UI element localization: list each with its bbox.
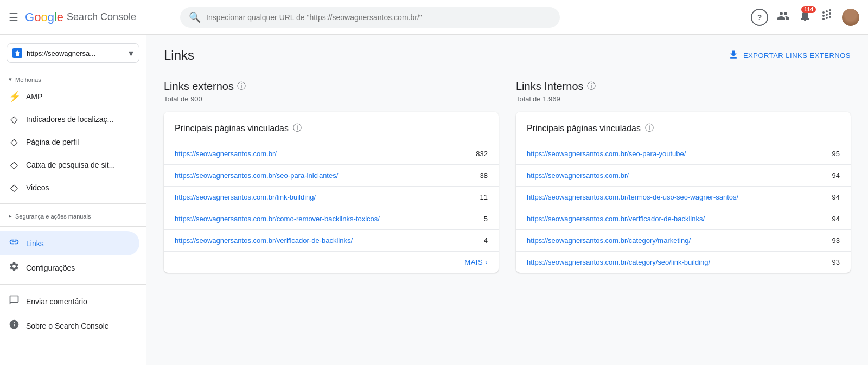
internal-card-help-icon[interactable]: ⓘ bbox=[645, 123, 654, 134]
external-links-help-icon[interactable]: ⓘ bbox=[237, 81, 246, 92]
internal-links-subtitle: Total de 1.969 bbox=[516, 95, 851, 103]
internal-links-title: Links Internos bbox=[516, 80, 584, 93]
table-row: https://seowagnersantos.com.br/verificad… bbox=[164, 229, 499, 251]
link-url: https://seowagnersantos.com.br/category/… bbox=[527, 258, 815, 266]
link-count: 94 bbox=[824, 215, 840, 223]
topbar: ☰ Google Search Console 🔍 ? 114 bbox=[0, 0, 868, 35]
table-row: https://seowagnersantos.com.br/verificad… bbox=[516, 208, 851, 229]
search-icon: 🔍 bbox=[189, 11, 201, 23]
about-icon bbox=[9, 319, 20, 332]
search-input[interactable] bbox=[206, 13, 551, 22]
table-row: https://seowagnersantos.com.br/category/… bbox=[516, 251, 851, 273]
external-card-footer: MAIS › bbox=[164, 251, 499, 273]
main-content: Links EXPORTAR LINKS EXTERNOS Links exte… bbox=[146, 35, 868, 365]
notifications-icon[interactable]: 114 bbox=[799, 9, 812, 25]
property-icon bbox=[12, 48, 22, 58]
sidebar-item-links[interactable]: Links bbox=[0, 231, 139, 255]
export-button[interactable]: EXPORTAR LINKS EXTERNOS bbox=[728, 49, 851, 62]
internal-links-card: Principais páginas vinculadas ⓘ https://… bbox=[516, 112, 851, 273]
link-url: https://seowagnersantos.com.br/como-remo… bbox=[175, 215, 463, 223]
link-count: 93 bbox=[824, 258, 840, 266]
sidebar-item-config[interactable]: Configurações bbox=[0, 255, 139, 280]
layout: https://seowagnersa... ▾ ▾ Melhorias ⚡ A… bbox=[0, 35, 868, 365]
divider-3 bbox=[0, 284, 146, 285]
users-icon[interactable] bbox=[777, 9, 790, 25]
external-links-card: Principais páginas vinculadas ⓘ https://… bbox=[164, 112, 499, 273]
external-card-help-icon[interactable]: ⓘ bbox=[293, 123, 302, 134]
link-url: https://seowagnersantos.com.br/ bbox=[527, 171, 815, 180]
external-links-section: Links externos ⓘ Total de 900 Principais… bbox=[164, 80, 499, 273]
links-icon bbox=[9, 236, 20, 250]
table-row: https://seowagnersantos.com.br/como-remo… bbox=[164, 208, 499, 229]
mais-button[interactable]: MAIS › bbox=[464, 258, 488, 266]
arrow-right-icon: › bbox=[485, 258, 488, 266]
sidebar-item-amp[interactable]: ⚡ AMP bbox=[0, 85, 139, 108]
link-url: https://seowagnersantos.com.br/link-buil… bbox=[175, 193, 463, 201]
hamburger-icon[interactable]: ☰ bbox=[9, 11, 18, 24]
divider-1 bbox=[0, 203, 146, 204]
seguranca-section-title: ▸ Segurança e ações manuais bbox=[0, 208, 146, 222]
avatar[interactable] bbox=[842, 9, 859, 26]
sidebar-item-about[interactable]: Sobre o Search Console bbox=[0, 313, 139, 338]
table-row: https://seowagnersantos.com.br/seo-para-… bbox=[516, 143, 851, 164]
internal-card-title: Principais páginas vinculadas ⓘ bbox=[516, 112, 851, 143]
external-links-subtitle: Total de 900 bbox=[164, 95, 499, 103]
internal-links-section: Links Internos ⓘ Total de 1.969 Principa… bbox=[516, 80, 851, 273]
divider-2 bbox=[0, 226, 146, 227]
internal-links-header: Links Internos ⓘ bbox=[516, 80, 851, 93]
link-url: https://seowagnersantos.com.br/seo-para-… bbox=[527, 150, 815, 158]
expand-icon-2[interactable]: ▸ bbox=[9, 213, 12, 220]
link-count: 93 bbox=[824, 236, 840, 245]
link-count: 4 bbox=[471, 236, 488, 245]
sidebar-item-feedback[interactable]: Enviar comentário bbox=[0, 289, 139, 313]
chevron-down-icon: ▾ bbox=[129, 47, 133, 59]
melhorias-section-title: ▾ Melhorias bbox=[0, 72, 146, 85]
link-count: 11 bbox=[471, 193, 488, 201]
logo: Google Search Console bbox=[25, 10, 136, 24]
property-selector[interactable]: https://seowagnersa... ▾ bbox=[7, 43, 139, 63]
table-row: https://seowagnersantos.com.br/ 832 bbox=[164, 143, 499, 164]
link-count: 5 bbox=[471, 215, 488, 223]
apps-icon[interactable] bbox=[820, 9, 833, 25]
link-count: 95 bbox=[824, 150, 840, 158]
table-row: https://seowagnersantos.com.br/link-buil… bbox=[164, 186, 499, 208]
notification-badge: 114 bbox=[801, 6, 816, 13]
external-links-header: Links externos ⓘ bbox=[164, 80, 499, 93]
help-icon[interactable]: ? bbox=[751, 9, 768, 26]
app-name: Search Console bbox=[67, 11, 136, 23]
link-count: 94 bbox=[824, 171, 840, 180]
cards-row: Links externos ⓘ Total de 900 Principais… bbox=[164, 80, 851, 273]
external-links-table: https://seowagnersantos.com.br/ 832 http… bbox=[164, 143, 499, 251]
table-row: https://seowagnersantos.com.br/seo-para-… bbox=[164, 164, 499, 186]
sidebar: https://seowagnersa... ▾ ▾ Melhorias ⚡ A… bbox=[0, 35, 146, 365]
internal-links-table: https://seowagnersantos.com.br/seo-para-… bbox=[516, 143, 851, 273]
perfil-icon: ◇ bbox=[9, 136, 20, 148]
property-label: https://seowagnersa... bbox=[27, 49, 124, 57]
link-url: https://seowagnersantos.com.br/ bbox=[175, 150, 463, 158]
internal-links-help-icon[interactable]: ⓘ bbox=[587, 81, 596, 92]
link-url: https://seowagnersantos.com.br/verificad… bbox=[175, 236, 463, 245]
sidebar-item-videos[interactable]: ◇ Videos bbox=[0, 176, 139, 199]
topbar-left: ☰ Google Search Console bbox=[9, 10, 171, 24]
config-icon bbox=[9, 261, 20, 274]
external-card-title: Principais páginas vinculadas ⓘ bbox=[164, 112, 499, 143]
topbar-right: ? 114 bbox=[751, 9, 859, 26]
sidebar-item-perfil[interactable]: ◇ Página de perfil bbox=[0, 131, 139, 153]
local-icon: ◇ bbox=[9, 113, 20, 125]
videos-icon: ◇ bbox=[9, 182, 20, 194]
table-row: https://seowagnersantos.com.br/category/… bbox=[516, 229, 851, 251]
table-row: https://seowagnersantos.com.br/ 94 bbox=[516, 164, 851, 186]
link-count: 94 bbox=[824, 193, 840, 201]
expand-icon[interactable]: ▾ bbox=[9, 76, 12, 83]
google-wordmark: Google bbox=[25, 10, 63, 24]
external-links-title: Links externos bbox=[164, 80, 234, 93]
link-url: https://seowagnersantos.com.br/seo-para-… bbox=[175, 171, 463, 180]
amp-icon: ⚡ bbox=[9, 91, 20, 103]
pesquisa-icon: ◇ bbox=[9, 159, 20, 171]
search-bar[interactable]: 🔍 bbox=[180, 7, 560, 28]
sidebar-item-local[interactable]: ◇ Indicadores de localizaç... bbox=[0, 108, 139, 131]
sidebar-item-pesquisa[interactable]: ◇ Caixa de pesquisa de sit... bbox=[0, 153, 139, 176]
page-title: Links bbox=[164, 48, 194, 63]
link-count: 38 bbox=[471, 171, 488, 180]
page-header: Links EXPORTAR LINKS EXTERNOS bbox=[164, 48, 851, 63]
